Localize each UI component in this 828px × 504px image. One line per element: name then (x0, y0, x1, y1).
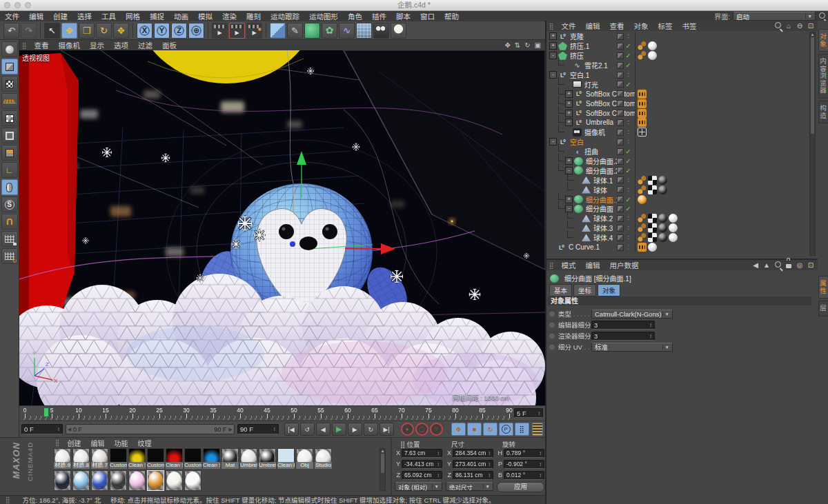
expander-icon[interactable]: - (549, 52, 557, 59)
visibility-dots[interactable]: ✓ (624, 205, 633, 212)
record-parameter-toggle[interactable]: P (499, 423, 513, 436)
phong-tag[interactable] (638, 214, 647, 223)
dolly-view-icon[interactable]: ⇅ (515, 41, 520, 49)
target-tag[interactable] (638, 118, 647, 127)
menu-item[interactable]: 捕捉 (145, 11, 169, 21)
layer-chip[interactable] (617, 110, 624, 117)
play-reverse-button[interactable]: ↺ (300, 423, 315, 436)
phong-tag[interactable] (638, 233, 647, 242)
target-tag[interactable] (638, 99, 647, 108)
object-row[interactable]: -细分曲面✓ (546, 204, 809, 214)
om-menu-item[interactable]: 文件 (557, 21, 581, 31)
coord-field[interactable]: 284.354 cm↕ (453, 449, 493, 458)
autokey-button[interactable]: ◯ (415, 423, 428, 436)
layer-chip[interactable] (617, 148, 624, 155)
pan-view-icon[interactable]: ✥ (504, 41, 510, 49)
visibility-dots[interactable]: ✓ (624, 42, 633, 50)
layer-chip[interactable] (617, 62, 624, 69)
viewport-menu-item[interactable]: 显示 (85, 40, 109, 50)
menu-item[interactable]: 编辑 (24, 11, 48, 21)
panel-icon[interactable]: ⊡ (807, 261, 814, 269)
viewport-menu-item[interactable]: 过滤 (133, 40, 157, 50)
mat-white-tag[interactable] (669, 223, 678, 232)
lock-x-icon[interactable]: X (137, 23, 152, 39)
viewport-menu-item[interactable]: 查看 (30, 40, 54, 50)
search-icon[interactable] (818, 12, 825, 20)
object-row[interactable]: +挤压.1✓ (546, 41, 809, 51)
goto-end-button[interactable]: ▶| (379, 423, 394, 436)
object-row[interactable]: 球体.3∶ (546, 223, 809, 233)
visibility-dots[interactable]: ∶ (624, 243, 633, 251)
object-row[interactable]: 球体.2∶ (546, 214, 809, 223)
material-swatch[interactable]: Clean S (128, 448, 146, 469)
goto-start-button[interactable]: |◀ (284, 423, 299, 436)
target-tag[interactable] (638, 243, 647, 252)
visibility-dots[interactable]: ∶ (624, 100, 633, 108)
menu-item[interactable]: 工具 (97, 11, 121, 21)
expander-icon[interactable]: + (565, 157, 573, 165)
mograph-icon[interactable]: ✿ (322, 23, 337, 39)
viewport-menu-item[interactable]: 选项 (109, 40, 133, 50)
record-keyframe-button[interactable]: ● (401, 423, 414, 436)
environment-icon[interactable] (356, 23, 372, 39)
mat-white-tag[interactable] (669, 233, 678, 242)
search-icon[interactable] (774, 261, 781, 269)
phong-tag[interactable] (638, 41, 647, 50)
viewport-menu-item[interactable]: 面板 (157, 40, 181, 50)
visibility-dots[interactable]: ∶ (624, 214, 633, 222)
phong-tag[interactable] (638, 176, 647, 185)
layer-chip[interactable] (617, 225, 624, 232)
object-row[interactable]: +L⁰SoftBox Custom∶ (546, 99, 809, 108)
layer-chip[interactable] (617, 186, 624, 193)
materials-menu-item[interactable]: 功能 (110, 438, 133, 448)
undo-icon[interactable]: ↶ (3, 23, 19, 39)
om-menu-item[interactable]: 编辑 (581, 21, 605, 31)
object-row[interactable]: +细分曲面.3✓ (546, 157, 809, 166)
subdivision-surface-icon[interactable] (304, 23, 320, 39)
expander-icon[interactable]: - (549, 71, 557, 79)
search-icon[interactable] (774, 22, 781, 30)
om-side-tab[interactable]: 构造 (818, 101, 828, 123)
spline-pen-icon[interactable]: ✎ (287, 23, 303, 39)
material-swatch[interactable]: Umbrell (240, 448, 257, 469)
coord-field[interactable]: -34.413 cm↕ (402, 460, 442, 469)
material-swatch[interactable] (128, 470, 146, 491)
object-row[interactable]: -L⁰空白.1∶ (546, 70, 809, 80)
up-icon[interactable]: ▲ (763, 261, 770, 269)
mat-black-tag[interactable] (658, 233, 667, 242)
panel-menu-icon[interactable]: ⣿ (52, 439, 63, 446)
expander-icon[interactable]: - (549, 138, 557, 145)
last-tool-icon[interactable]: ✥ (113, 23, 129, 39)
visibility-dots[interactable]: ∶ (624, 110, 633, 117)
viewport-menu-item[interactable]: 摄像机 (54, 40, 86, 50)
visibility-dots[interactable]: ∶ (624, 234, 633, 241)
attr-tab-对象[interactable]: 对象 (598, 284, 620, 296)
mat-white-tag[interactable] (669, 214, 678, 223)
layer-chip[interactable] (617, 139, 624, 145)
menu-item[interactable]: 动画 (169, 11, 193, 21)
menu-item[interactable]: 创建 (48, 11, 72, 21)
material-swatch[interactable]: Custom (110, 448, 127, 469)
object-row[interactable]: 球体.1∶ (546, 175, 809, 185)
layer-chip[interactable] (617, 167, 624, 174)
coord-field[interactable]: -0.902 °↕ (504, 460, 544, 469)
mat-white-tag[interactable] (648, 243, 657, 252)
render-picture-icon[interactable]: ▶ (229, 23, 245, 39)
maximize-view-icon[interactable]: ▣ (535, 41, 541, 49)
material-swatch[interactable]: Custom (184, 448, 201, 469)
visibility-dots[interactable]: ∶ (624, 177, 633, 184)
visibility-dots[interactable]: ∶ (624, 32, 633, 40)
material-swatch[interactable]: Clean S (166, 448, 183, 469)
target-tag[interactable] (638, 90, 647, 99)
lock-z-icon[interactable]: Z (171, 23, 187, 39)
attr-field[interactable]: 3↕ (591, 332, 655, 341)
record-position-toggle[interactable]: ✥ (451, 423, 466, 436)
layer-chip[interactable] (617, 72, 624, 79)
layer-chip[interactable] (617, 158, 624, 165)
material-swatch[interactable]: Umbrell (259, 448, 276, 469)
mat-white-tag[interactable] (648, 51, 657, 60)
object-row[interactable]: ∿雪花2.1✓ (546, 61, 809, 70)
expander-icon[interactable]: + (565, 119, 573, 126)
material-swatch[interactable]: Clean L (277, 448, 295, 469)
play-button[interactable]: ▶ (332, 423, 346, 436)
